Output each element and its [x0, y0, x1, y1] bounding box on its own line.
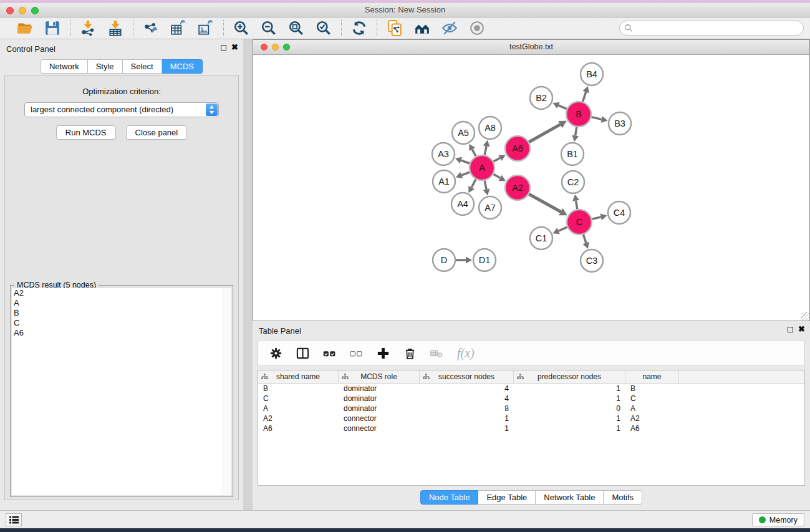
network-canvas[interactable]: B4B2BB3A8A5A6B1A3AA1C2A2A4A7C4CC1C3DD1	[253, 55, 809, 321]
open-session-icon[interactable]	[16, 19, 34, 37]
tab-edge-table[interactable]: Edge Table	[478, 490, 536, 505]
column-header-name[interactable]: name	[625, 370, 679, 383]
close-panel-icon[interactable]: ✖	[231, 44, 238, 51]
table-row[interactable]: A2connector11A2	[258, 414, 804, 423]
tab-motifs[interactable]: Motifs	[604, 490, 642, 505]
table-cell[interactable]: dominator	[339, 394, 420, 404]
select-all-checkboxes-icon[interactable]	[323, 347, 336, 360]
column-header-predecessor-nodes[interactable]: predecessor nodes	[514, 370, 625, 383]
table-cell[interactable]: B	[625, 384, 679, 394]
table-cell[interactable]: dominator	[339, 404, 420, 414]
column-header-shared-name[interactable]: shared name	[258, 370, 339, 383]
result-item[interactable]: C	[12, 318, 223, 328]
function-builder-fx-icon[interactable]: f(x)	[457, 346, 475, 360]
table-cell[interactable]: 1	[420, 414, 514, 423]
panel-columns-icon[interactable]	[296, 347, 309, 360]
import-network-icon[interactable]	[79, 19, 97, 37]
tab-network[interactable]: Network	[41, 59, 88, 74]
table-cell[interactable]: A2	[258, 414, 339, 423]
column-header-successor-nodes[interactable]: successor nodes	[420, 370, 514, 383]
minimize-view-button[interactable]	[272, 44, 279, 51]
delete-table-icon[interactable]	[430, 347, 443, 360]
edge-A-A6[interactable]	[493, 158, 499, 162]
window-resize-grip[interactable]	[801, 312, 809, 321]
network-graph[interactable]: B4B2BB3A8A5A6B1A3AA1C2A2A4A7C4CC1C3DD1	[253, 55, 809, 321]
apply-layout-icon[interactable]	[350, 19, 368, 37]
criterion-dropdown[interactable]: largest connected component (directed)	[24, 102, 219, 117]
column-settings-gear-icon[interactable]	[269, 347, 282, 360]
delete-columns-trash-icon[interactable]	[403, 347, 417, 360]
zoom-view-button[interactable]	[283, 44, 290, 51]
zoom-window-button[interactable]	[31, 7, 39, 14]
deselect-all-checkboxes-icon[interactable]	[350, 347, 363, 360]
save-session-icon[interactable]	[44, 19, 61, 37]
close-panel-button[interactable]: Close panel	[126, 125, 188, 140]
edge-A2-C[interactable]	[529, 194, 561, 211]
zoom-fit-icon[interactable]	[287, 19, 305, 37]
float-table-panel-icon[interactable]	[788, 327, 793, 332]
tab-select[interactable]: Select	[123, 59, 162, 74]
edge-A-A1[interactable]	[461, 172, 470, 175]
mcds-result-list[interactable]: A2ABCA6	[12, 288, 223, 495]
table-cell[interactable]: C	[258, 394, 339, 404]
result-scrollbar[interactable]	[223, 288, 231, 495]
export-table-icon[interactable]	[170, 19, 187, 37]
import-table-icon[interactable]	[107, 19, 124, 37]
table-cell[interactable]: B	[258, 384, 339, 394]
edge-A-A3[interactable]	[461, 160, 470, 163]
close-window-button[interactable]	[6, 7, 14, 14]
table-cell[interactable]: A6	[258, 423, 339, 433]
edge-C-C2[interactable]	[576, 201, 577, 210]
table-cell[interactable]: 1	[514, 423, 625, 433]
table-cell[interactable]: dominator	[339, 384, 420, 394]
table-row[interactable]: Bdominator41B	[258, 384, 804, 394]
result-item[interactable]: A2	[12, 288, 223, 298]
edge-A-A8[interactable]	[485, 146, 486, 155]
export-network-icon[interactable]	[142, 19, 160, 37]
edge-A-A5[interactable]	[472, 149, 476, 156]
table-cell[interactable]: 1	[514, 384, 625, 394]
close-view-button[interactable]	[261, 44, 268, 51]
task-history-button[interactable]	[6, 513, 22, 526]
float-panel-icon[interactable]	[221, 45, 226, 51]
edge-B-B4[interactable]	[583, 92, 586, 102]
table-cell[interactable]: 0	[514, 404, 625, 414]
column-header-MCDS-role[interactable]: MCDS role	[339, 370, 420, 383]
network-window-titlebar[interactable]: testGlobe.txt	[253, 40, 809, 55]
tab-mcds[interactable]: MCDS	[162, 59, 203, 74]
edge-B-B2[interactable]	[559, 105, 567, 109]
table-cell[interactable]: A	[258, 404, 339, 414]
edge-C-C4[interactable]	[592, 217, 600, 219]
table-cell[interactable]: A	[625, 404, 679, 414]
table-row[interactable]: A6connector11A6	[258, 423, 804, 433]
network-from-clipboard-icon[interactable]	[386, 19, 403, 37]
zoom-in-icon[interactable]	[233, 19, 250, 37]
table-cell[interactable]: 1	[514, 414, 625, 423]
edge-A6-B[interactable]	[529, 125, 560, 142]
add-column-icon[interactable]	[377, 347, 390, 360]
edge-A-A2[interactable]	[493, 174, 500, 178]
run-mcds-button[interactable]: Run MCDS	[56, 125, 116, 140]
result-item[interactable]: B	[12, 308, 223, 318]
memory-button[interactable]: Memory	[752, 513, 804, 526]
minimize-window-button[interactable]	[19, 7, 26, 14]
edge-B-B3[interactable]	[591, 117, 601, 120]
table-cell[interactable]: connector	[339, 423, 420, 433]
table-cell[interactable]: 1	[514, 394, 625, 404]
node-table[interactable]: shared nameMCDS rolesuccessor nodesprede…	[258, 370, 805, 486]
tab-network-table[interactable]: Network Table	[536, 490, 604, 505]
table-cell[interactable]: 1	[420, 423, 514, 433]
show-all-icon[interactable]	[468, 19, 486, 37]
search-input[interactable]	[633, 22, 803, 34]
table-row[interactable]: Adominator80A	[258, 404, 804, 414]
export-image-icon[interactable]	[197, 19, 215, 37]
zoom-out-icon[interactable]	[260, 19, 277, 37]
tab-style[interactable]: Style	[88, 59, 123, 74]
table-cell[interactable]: 8	[420, 404, 514, 414]
table-row[interactable]: Cdominator41C	[258, 394, 804, 404]
table-cell[interactable]: 4	[420, 394, 514, 404]
table-cell[interactable]: 4	[420, 384, 514, 394]
tab-node-table[interactable]: Node Table	[420, 490, 479, 505]
close-table-panel-icon[interactable]: ✖	[798, 326, 805, 332]
table-cell[interactable]: A6	[625, 423, 679, 433]
